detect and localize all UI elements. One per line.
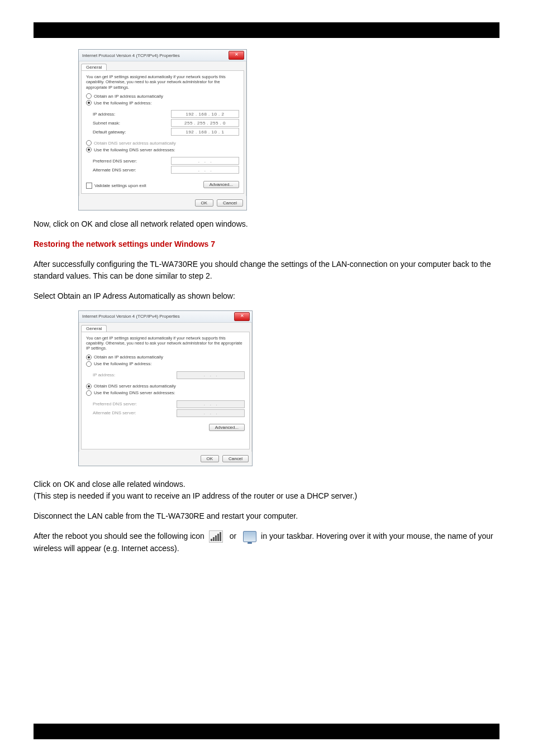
radio-obtain-dns-auto: Obtain DNS server address automatically [86, 140, 239, 146]
radio-label: Use the following DNS server addresses: [94, 147, 175, 152]
footer-black-bar [34, 724, 499, 739]
dialog-description: You can get IP settings assigned automat… [86, 74, 239, 90]
radio-label: Obtain DNS server address automatically [94, 384, 176, 389]
text-segment: After the reboot you should see the foll… [34, 532, 204, 540]
radio-icon [86, 93, 92, 99]
close-icon[interactable]: ✕ [234, 312, 250, 321]
tab-general[interactable]: General [81, 64, 107, 70]
radio-use-static-ip[interactable]: Use the following IP address: [86, 100, 239, 106]
label-ip-address: IP address: [93, 372, 177, 377]
radio-icon [86, 361, 92, 367]
section-heading-restore: Restoring the network settings under Win… [34, 238, 499, 251]
wifi-signal-icon [209, 530, 223, 543]
subnet-mask-input[interactable]: 255 . 255 . 255 . 0 [171, 119, 239, 127]
radio-icon [86, 390, 92, 396]
cancel-button[interactable]: Cancel [222, 455, 249, 462]
label-preferred-dns: Preferred DNS server: [93, 401, 177, 406]
advanced-button[interactable]: Advanced... [209, 424, 245, 431]
ipv4-properties-dialog-static: Internet Protocol Version 4 (TCP/IPv4) P… [78, 49, 247, 210]
cancel-button[interactable]: Cancel [217, 199, 243, 207]
instruction-taskbar-icon: After the reboot you should see the foll… [34, 530, 499, 555]
label-ip-address: IP address: [93, 112, 171, 117]
radio-obtain-ip-auto[interactable]: Obtain an IP address automatically [86, 93, 239, 99]
label-alternate-dns: Alternate DNS server: [93, 410, 177, 415]
radio-use-static-dns[interactable]: Use the following DNS server addresses: [86, 390, 245, 396]
ip-address-input[interactable]: 192 . 168 . 10 . 2 [171, 110, 239, 118]
radio-icon [86, 147, 92, 152]
ip-address-input: . . . [177, 371, 245, 379]
dialog-title: Internet Protocol Version 4 (TCP/IPv4) P… [82, 53, 180, 58]
network-monitor-icon [243, 531, 256, 542]
radio-label: Use the following IP address: [94, 101, 151, 106]
preferred-dns-input: . . . [177, 400, 245, 408]
radio-use-static-ip[interactable]: Use the following IP address: [86, 361, 245, 367]
alternate-dns-input: . . . [177, 409, 245, 417]
dialog-description: You can get IP settings assigned automat… [86, 336, 245, 351]
radio-label: Use the following IP address: [94, 361, 151, 366]
titlebar: Internet Protocol Version 4 (TCP/IPv4) P… [79, 50, 246, 61]
instruction-select-auto: Select Obtain an IP Adress Automatically… [34, 290, 499, 303]
advanced-button[interactable]: Advanced... [203, 181, 239, 188]
radio-use-static-dns[interactable]: Use the following DNS server addresses: [86, 147, 239, 152]
radio-icon [86, 100, 92, 106]
instruction-disconnect: Disconnect the LAN cable from the TL-WA7… [34, 510, 499, 523]
instruction-dhcp-note: (This step is needed if you want to rece… [34, 491, 357, 500]
label-alternate-dns: Alternate DNS server: [93, 168, 171, 173]
titlebar: Internet Protocol Version 4 (TCP/IPv4) P… [79, 311, 252, 323]
label-subnet-mask: Subnet mask: [93, 121, 171, 126]
validate-checkbox-label: Validate settings upon exit [94, 183, 146, 188]
label-default-gateway: Default gateway: [93, 130, 171, 135]
instruction-restore: After successfully configuring the TL-WA… [34, 259, 499, 283]
instruction-ok-close: Now, click on OK and close all network r… [34, 218, 499, 231]
validate-checkbox[interactable] [86, 183, 92, 189]
radio-label: Obtain an IP address automatically [94, 355, 163, 360]
label-preferred-dns: Preferred DNS server: [93, 159, 171, 164]
dialog-title: Internet Protocol Version 4 (TCP/IPv4) P… [82, 314, 180, 319]
radio-icon [86, 355, 92, 360]
ok-button[interactable]: OK [195, 199, 214, 207]
text-or: or [230, 530, 236, 543]
preferred-dns-input[interactable]: . . . [171, 157, 239, 165]
radio-label: Obtain an IP address automatically [94, 94, 163, 99]
close-icon[interactable]: ✕ [229, 51, 244, 60]
ipv4-properties-dialog-auto: Internet Protocol Version 4 (TCP/IPv4) P… [78, 310, 253, 466]
radio-icon [86, 384, 92, 389]
default-gateway-input[interactable]: 192 . 168 . 10 . 1 [171, 128, 239, 136]
radio-obtain-ip-auto[interactable]: Obtain an IP address automatically [86, 355, 245, 360]
instruction-ok-close-2: Click on OK and close alle related windo… [34, 480, 185, 489]
radio-label: Obtain DNS server address automatically [94, 141, 176, 146]
radio-icon [86, 140, 92, 146]
radio-label: Use the following DNS server addresses: [94, 390, 175, 395]
ok-button[interactable]: OK [201, 455, 220, 462]
radio-obtain-dns-auto[interactable]: Obtain DNS server address automatically [86, 384, 245, 389]
header-black-bar [34, 22, 499, 38]
alternate-dns-input[interactable]: . . . [171, 166, 239, 174]
tab-general[interactable]: General [81, 325, 107, 332]
